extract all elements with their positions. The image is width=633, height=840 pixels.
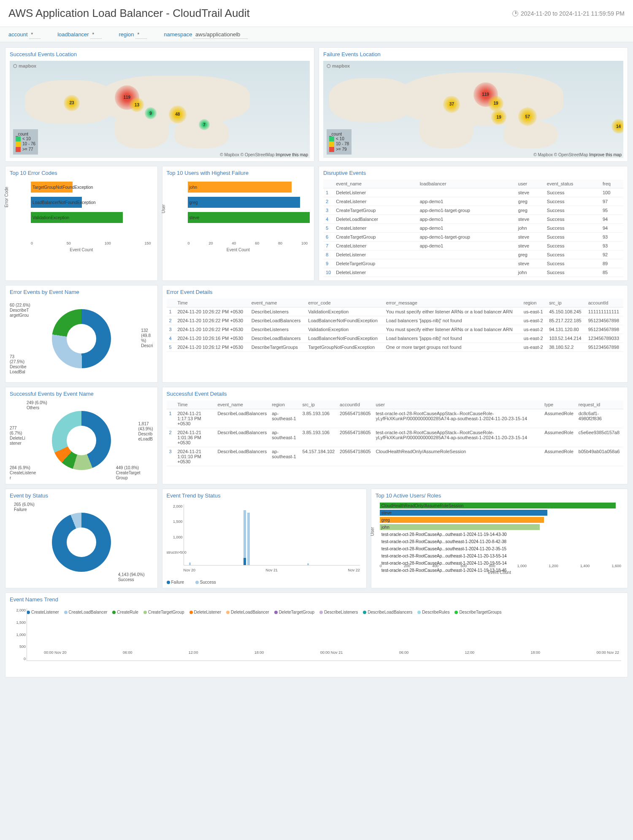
time-range-label: 2024-11-20 to 2024-11-21 11:59:59 PM bbox=[521, 10, 625, 17]
panel-top-error-codes: Top 10 Error Codes TargetGroupNotFoundEx… bbox=[5, 166, 158, 281]
panel-active-users: Top 10 Active Users/ Roles User Event Co… bbox=[371, 489, 628, 588]
panel-title: Event Names Trend bbox=[10, 596, 623, 603]
table-row[interactable]: 32024-11-21 1:01:10 PM +0530DescribeLoad… bbox=[167, 447, 624, 466]
mapbox-logo-icon: ⬡ mapbox bbox=[327, 63, 350, 69]
panel-title: Top 10 Active Users/ Roles bbox=[376, 492, 623, 499]
chart-success-by-name[interactable]: 249 (6.0%)Others 1,817(43.9%)DescribeLoa… bbox=[10, 400, 153, 481]
filter-bar: account * loadbalancer * region * namesp… bbox=[0, 27, 633, 42]
panel-success-by-name: Successful Events by Event Name 249 (6.0… bbox=[5, 387, 158, 484]
map-attribution: © Mapbox © OpenStreetMap Improve this ma… bbox=[533, 152, 622, 157]
chart-top-failure-users[interactable]: johngregsteveUser Event Count 0204060801… bbox=[167, 179, 310, 251]
panel-title: Event Trend by Status bbox=[167, 492, 362, 499]
table-row[interactable]: 2CreateListenerapp-demo1gregSuccess97 bbox=[323, 197, 623, 206]
table-success-details[interactable]: Timeevent_nameregionsrc_ipaccountIdusert… bbox=[167, 400, 624, 466]
clock-icon bbox=[512, 11, 518, 16]
panel-title: Top 10 Users with Highest Failure bbox=[167, 170, 310, 176]
chart-event-trend[interactable]: 2,0001,5001,000structn>500 Nov 20Nov 21N… bbox=[167, 502, 362, 578]
panel-event-by-status: Event by Status 265 (6.0%)Failure 4,143 … bbox=[5, 489, 158, 588]
map-bubble[interactable]: 7 bbox=[199, 119, 210, 130]
chart-event-names-trend[interactable]: 2,0001,5001,0005000 00:00 Nov 2006:0012:… bbox=[10, 606, 623, 674]
panel-error-details: Error Event Details Timeevent_nameerror_… bbox=[162, 285, 628, 383]
filter-loadbalancer[interactable]: loadbalancer * bbox=[57, 31, 102, 38]
panel-title: Successful Event Details bbox=[167, 391, 624, 397]
table-row[interactable]: 7CreateListenerapp-demo1steveSuccess93 bbox=[323, 242, 623, 250]
panel-success-map: Successful Events Location ⬡ mapbox _cou… bbox=[5, 47, 314, 162]
panel-success-details: Successful Event Details Timeevent_namer… bbox=[162, 387, 628, 484]
map-bubble[interactable]: 23 bbox=[64, 95, 80, 111]
map-failure[interactable]: ⬡ mapbox _count < 10 10 - 78 >= 79 © Map… bbox=[323, 61, 623, 158]
chart-top-error-codes[interactable]: TargetGroupNotFoundExceptionLoadBalancer… bbox=[10, 179, 153, 251]
table-row[interactable]: 6CreateTargetGroupapp-demo1-target-group… bbox=[323, 233, 623, 242]
panel-title: Successful Events by Event Name bbox=[10, 391, 153, 397]
chart-active-users[interactable]: User Event Count CloudHealthReadOnly/Ass… bbox=[376, 502, 623, 574]
panel-event-trend: Event Trend by Status 2,0001,5001,000str… bbox=[162, 489, 367, 588]
table-row[interactable]: 22024-11-20 10:26:22 PM +0530DescribeLoa… bbox=[167, 316, 624, 325]
page-header: AWS Application Load Balancer - CloudTra… bbox=[0, 0, 633, 27]
panel-top-failure-users: Top 10 Users with Highest Failure johngr… bbox=[162, 166, 315, 281]
page-title: AWS Application Load Balancer - CloudTra… bbox=[8, 7, 250, 20]
table-row[interactable]: 4DeleteLoadBalancerapp-demo1steveSuccess… bbox=[323, 215, 623, 224]
table-row[interactable]: 42024-11-20 10:26:16 PM +0530DescribeLoa… bbox=[167, 334, 624, 343]
map-attribution: © Mapbox © OpenStreetMap Improve this ma… bbox=[220, 152, 308, 157]
map-legend: _count < 10 10 - 76 >= 77 bbox=[13, 129, 38, 155]
table-disruptive[interactable]: event_nameloadbalanceruserevent_statusfr… bbox=[323, 179, 623, 277]
filter-account[interactable]: account * bbox=[8, 31, 41, 38]
chart-error-by-name[interactable]: 60 (22.6%)DescribeTargetGrou 132(49.8%)D… bbox=[10, 299, 153, 379]
panel-title: Event by Status bbox=[10, 492, 153, 499]
panel-event-names-trend: Event Names Trend 2,0001,5001,0005000 00… bbox=[5, 593, 628, 677]
chart-event-by-status[interactable]: 265 (6.0%)Failure 4,143 (94.0%)Success bbox=[10, 502, 153, 582]
panel-title: Error Event Details bbox=[167, 289, 624, 295]
panel-error-by-name: Error Events by Event Name 60 (22.6%)Des… bbox=[5, 285, 158, 383]
panel-title: Top 10 Error Codes bbox=[10, 170, 153, 176]
table-row[interactable]: 8DeleteListenergregSuccess92 bbox=[323, 250, 623, 259]
panel-disruptive: Disruptive Events event_nameloadbalancer… bbox=[319, 166, 628, 281]
table-row[interactable]: 10DeleteListenerjohnSuccess85 bbox=[323, 268, 623, 277]
table-row[interactable]: 22024-11-21 1:01:36 PM +0530DescribeLoad… bbox=[167, 428, 624, 447]
map-legend: _count < 10 10 - 78 >= 79 bbox=[327, 129, 352, 155]
table-row[interactable]: 12024-11-21 1:17:13 PM +0530DescribeLoad… bbox=[167, 409, 624, 428]
improve-map-link[interactable]: Improve this map bbox=[276, 152, 308, 157]
table-row[interactable]: 32024-11-20 10:26:22 PM +0530DescribeLis… bbox=[167, 325, 624, 334]
mapbox-logo-icon: ⬡ mapbox bbox=[13, 63, 36, 69]
table-error-details[interactable]: Timeevent_nameerror_codeerror_messagereg… bbox=[167, 299, 624, 352]
map-bubble[interactable]: 48 bbox=[169, 106, 187, 123]
table-row[interactable]: 12024-11-20 10:26:22 PM +0530DescribeLis… bbox=[167, 307, 624, 316]
chart-legend: Failure Success bbox=[167, 580, 362, 584]
time-range[interactable]: 2024-11-20 to 2024-11-21 11:59:59 PM bbox=[512, 10, 625, 17]
table-row[interactable]: 9DeleteTargetGroupsteveSuccess89 bbox=[323, 259, 623, 268]
map-bubble[interactable]: 37 bbox=[443, 96, 460, 113]
table-row[interactable]: 5CreateListenerapp-demo1johnSuccess94 bbox=[323, 224, 623, 233]
map-success[interactable]: ⬡ mapbox _count < 10 10 - 76 >= 77 © Map… bbox=[10, 61, 310, 158]
panel-title: Error Events by Event Name bbox=[10, 289, 153, 295]
map-bubble[interactable]: 14 bbox=[611, 119, 623, 133]
map-bubble[interactable]: 19 bbox=[491, 109, 506, 125]
panel-failure-map: Failure Events Location ⬡ mapbox _count … bbox=[319, 47, 628, 162]
filter-region[interactable]: region * bbox=[119, 31, 147, 38]
table-row[interactable]: 3CreateTargetGroupapp-demo1-target-group… bbox=[323, 206, 623, 215]
table-row[interactable]: 52024-11-20 10:26:12 PM +0530DescribeTar… bbox=[167, 343, 624, 352]
panel-title: Successful Events Location bbox=[10, 51, 310, 57]
panel-title: Disruptive Events bbox=[323, 170, 623, 176]
improve-map-link[interactable]: Improve this map bbox=[589, 152, 622, 157]
panel-title: Failure Events Location bbox=[323, 51, 623, 57]
table-row[interactable]: 1DeleteListenersteveSuccess100 bbox=[323, 188, 623, 197]
filter-namespace[interactable]: namespace aws/applicationelb bbox=[164, 31, 248, 38]
map-bubble[interactable]: 19 bbox=[488, 96, 503, 111]
